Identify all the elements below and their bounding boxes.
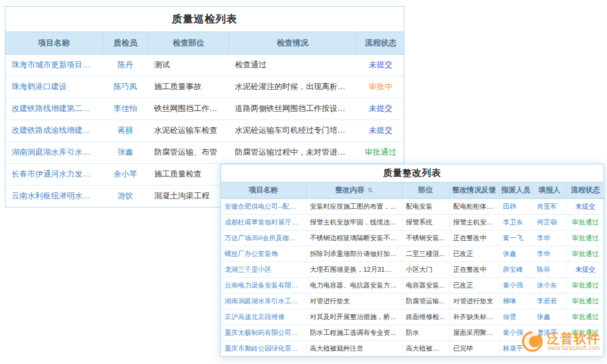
col-header-inspect-result: 检查情况 <box>229 32 356 54</box>
feedback-cell: 已改正 <box>449 246 499 261</box>
rectify-content-cell: 报警主机安放牢固，线缆连接... <box>306 214 402 230</box>
reporter-cell: 陈菲 <box>533 261 566 277</box>
col-header-project-name: 项目名称 <box>221 183 306 198</box>
table-row: 改建铁路成渝线增建第...蒋丽水泥砼运输车检查水泥砼运输车司机经过专门培训...… <box>5 120 405 141</box>
inspect-result-cell: 水泥砼灌注的时候，出现离析现象 <box>229 76 356 98</box>
project-name-link[interactable]: 龙湖三千里小区 <box>221 261 306 277</box>
rectification-table: 项目名称 整改内容 ⇅ 部位 整改情况反馈 指派人员 填报人 流程状态 安徽合肥… <box>221 183 605 356</box>
table-row: 珠海市城市更新项目紫...陈丹测试检查通过未提交 <box>5 54 405 76</box>
flow-status-cell: 未提交 <box>356 54 405 76</box>
rectify-content-cell: 电力电容器、电抗器安装方案... <box>306 277 402 293</box>
project-name-link[interactable]: 安徽合肥供电公司--配电设备... <box>221 198 306 214</box>
assignee-cell: 黄一飞 <box>499 230 533 246</box>
project-name-link[interactable]: 改建铁路成渝线增建第... <box>5 120 103 141</box>
rectify-content-cell: 不锈钢边框玻璃隔断安装不平... <box>306 230 402 246</box>
rectify-content-cell: 高大植被栽种注意 <box>306 340 402 356</box>
table-row: 京沪高速北京段维修对其及时开展整治措施，桥头...路面维修检...补齐缺失标志.… <box>221 309 605 325</box>
feedback-cell: 已完毕 <box>449 340 499 356</box>
inspector-cell: 陈丹 <box>103 54 148 76</box>
flow-status-cell: 审批通过 <box>566 293 605 309</box>
assignee-cell: 柳琳 <box>499 293 533 309</box>
rectification-list-title: 质量整改列表 <box>221 164 603 183</box>
inspect-part-cell: 防腐管运输、布管 <box>148 141 229 163</box>
reporter-cell: 张鑫 <box>533 309 566 325</box>
project-name-link[interactable]: 云南电力设备安装有限公司20... <box>221 277 306 293</box>
part-cell: 高大植被栽种 <box>402 340 449 356</box>
col-header-part: 部位 <box>402 183 449 198</box>
flow-status-cell: 审批中 <box>356 76 405 98</box>
inspect-part-cell: 铁丝网围挡工作检查 <box>148 98 229 120</box>
flow-status-cell: 审批通过 <box>566 277 605 293</box>
flow-status-cell: 未提交 <box>356 120 405 141</box>
feedback-cell: 正在整改中 <box>449 230 499 246</box>
inspect-part-cell: 测试 <box>148 54 229 76</box>
assignee-cell: 田静 <box>499 198 533 214</box>
project-name-link[interactable]: 万达广场35#会所及咖啡厅空... <box>221 230 306 246</box>
project-name-link[interactable]: 湖南洞庭湖水库引水工... <box>5 141 103 163</box>
table-row: 重庆市鹅岭公园绿化景观提升...高大植被栽种注意高大植被栽种已完毕林康平 <box>221 340 605 356</box>
flow-status-cell: 未提交 <box>356 98 405 120</box>
reporter-cell <box>533 340 566 356</box>
inspect-result-cell: 道路两侧铁丝网围挡工作按设计... <box>229 98 356 120</box>
assignee-cell: 徐贤 <box>499 309 533 325</box>
feedback-cell: 已改正 <box>449 277 499 293</box>
assignee-cell: 张鑫 <box>499 246 533 261</box>
inspector-cell: 陈巧凤 <box>103 76 148 98</box>
feedback-cell: 补齐缺失标志... <box>449 309 499 325</box>
part-cell: 防水 <box>402 325 449 340</box>
flow-status-cell: 未提交 <box>566 261 605 277</box>
inspect-part-cell: 水泥砼运输车检查 <box>148 120 229 141</box>
header-row: 项目名称 质检员 检查部位 检查情况 流程状态 <box>5 32 405 54</box>
assignee-cell: 李卫东 <box>499 214 533 230</box>
col-header-flow-status: 流程状态 <box>566 183 605 198</box>
assignee-cell: 黄小强 <box>499 277 533 293</box>
rectify-content-cell: 安装时应按施工图的布置，将... <box>306 198 402 214</box>
table-row: 珠海鹤港口建设陈巧凤施工质量事故水泥砼灌注的时候，出现离析现象审批中 <box>5 76 405 98</box>
reporter-cell: 李若若 <box>533 293 566 309</box>
header-row: 项目名称 整改内容 ⇅ 部位 整改情况反馈 指派人员 填报人 流程状态 <box>221 183 605 198</box>
flow-status-cell <box>566 340 605 356</box>
project-name-link[interactable]: 湖南洞庭湖水库引水工程施工标... <box>221 293 306 309</box>
col-header-feedback: 整改情况反馈 <box>449 183 499 198</box>
project-name-link[interactable]: 云南水利枢纽潜明水库... <box>5 185 103 207</box>
col-header-rectify-content[interactable]: 整改内容 ⇅ <box>306 183 402 198</box>
part-cell: 电容器安装... <box>402 277 449 293</box>
reporter-cell: 李华 <box>533 246 566 261</box>
feedback-cell: 屋面采用聚氨... <box>449 325 499 340</box>
feedback-cell: 正在整改中 <box>449 261 499 277</box>
project-name-link[interactable]: 长春市伊通河水力发电... <box>5 163 103 185</box>
feedback-cell: 报警主机安放... <box>449 214 499 230</box>
project-name-link[interactable]: 重庆太极制药有限公司亳州中... <box>221 325 306 340</box>
project-name-link[interactable]: 京沪高速北京段维修 <box>221 309 306 325</box>
project-name-link[interactable]: 成都杜甫草堂临时展厅独立展... <box>221 214 306 230</box>
col-header-assignee: 指派人员 <box>499 183 533 198</box>
inspect-part-cell: 施工质量事故 <box>148 76 229 98</box>
col-header-inspect-part: 检查部位 <box>148 32 229 54</box>
rectification-table-body: 安徽合肥供电公司--配电设备...安装时应按施工图的布置，将...配电安装配电柜… <box>221 198 605 356</box>
flow-status-cell: 未提交 <box>566 198 605 214</box>
inspector-cell: 张鑫 <box>103 141 148 163</box>
project-name-link[interactable]: 珠海鹤港口建设 <box>5 76 103 98</box>
inspect-part-cell: 混凝土沟渠工程 <box>148 185 229 207</box>
project-name-link[interactable]: 珠海市城市更新项目紫... <box>5 54 103 76</box>
table-row: 万达广场35#会所及咖啡厅空...不锈钢边框玻璃隔断安装不平...不锈钢安装..… <box>221 230 605 246</box>
table-row: 重庆太极制药有限公司亳州中...防水工程施工选调有专业资质...防水屋面采用聚氨… <box>221 325 605 340</box>
flow-status-cell: 审批通过 <box>566 309 605 325</box>
project-name-link[interactable]: 螺丝厂办公室装饰 <box>221 246 306 261</box>
table-row: 螺丝厂办公室装饰拆除到承重墙部分请做好加固...二至三楼混...已改正张鑫李华审… <box>221 246 605 261</box>
rectify-content-cell: 大理石围墙更换，12月31日之... <box>306 261 402 277</box>
inspector-cell: 游饮 <box>103 185 148 207</box>
project-name-link[interactable]: 改建铁路线增建第二线... <box>5 98 103 120</box>
inspect-result-cell: 防腐管运输过程中，未对管进行... <box>229 141 356 163</box>
part-cell: 报警系统 <box>402 214 449 230</box>
feedback-cell: 配电柜柜体与... <box>449 198 499 214</box>
reporter-cell: 何芷萌 <box>533 214 566 230</box>
part-cell: 二至三楼混... <box>402 246 449 261</box>
reporter-cell: 曹清平 <box>533 325 566 340</box>
part-cell: 小区大门 <box>402 261 449 277</box>
project-name-link[interactable]: 重庆市鹅岭公园绿化景观提升... <box>221 340 306 356</box>
reporter-cell: 李华 <box>533 230 566 246</box>
part-cell: 路面维修检... <box>402 309 449 325</box>
sort-icon[interactable]: ⇅ <box>367 187 372 194</box>
table-row: 云南电力设备安装有限公司20...电力电容器、电抗器安装方案...电容器安装..… <box>221 277 605 293</box>
